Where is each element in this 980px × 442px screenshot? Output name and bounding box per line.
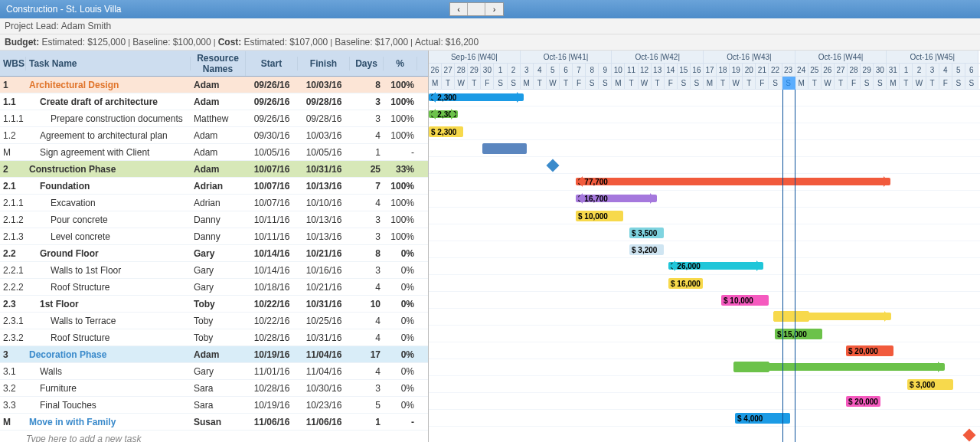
cell-pct[interactable]: 100% — [384, 198, 417, 208]
task-row[interactable]: 2.3.2Roof StructureToby10/28/1610/31/164… — [0, 329, 428, 346]
nav-next-button[interactable]: › — [485, 3, 503, 15]
cell-finish[interactable]: 10/03/16 — [298, 80, 350, 90]
cell-start[interactable]: 11/06/16 — [246, 417, 298, 427]
gantt-row[interactable] — [429, 140, 980, 157]
cell-name[interactable]: Walls to Terrace — [26, 316, 191, 326]
cell-days[interactable]: 1 — [350, 147, 384, 158]
cell-days[interactable]: 17 — [350, 349, 384, 360]
col-fin[interactable]: Finish — [298, 57, 350, 70]
gantt-row[interactable]: $ 10,000 — [429, 292, 980, 309]
cell-name[interactable]: Prepare construction documents — [26, 113, 191, 124]
cell-days[interactable]: 4 — [350, 198, 384, 208]
task-row[interactable]: 2.2Ground FloorGary10/14/1610/21/1680% — [0, 245, 428, 262]
cell-finish[interactable]: 10/31/16 — [298, 332, 350, 343]
cell-finish[interactable]: 10/23/16 — [298, 400, 350, 411]
cell-pct[interactable]: 0% — [384, 282, 417, 293]
gantt-row[interactable]: $ 77,700 — [429, 174, 980, 191]
gantt-row[interactable]: $ 3,500 — [429, 224, 980, 241]
cell-start[interactable]: 10/07/16 — [246, 164, 298, 175]
cell-res[interactable]: Sara — [191, 383, 246, 394]
add-task-input[interactable]: Type here to add a new task — [0, 431, 428, 442]
gantt-bar[interactable]: $ 20,000 — [846, 345, 893, 356]
task-row[interactable]: 2.1.2Pour concreteDanny10/11/1610/13/163… — [0, 211, 428, 228]
gantt-row[interactable]: $ 35,000 — [429, 309, 980, 326]
cell-start[interactable]: 10/11/16 — [246, 214, 298, 225]
gantt-bar[interactable]: $ 20,000 — [846, 396, 880, 407]
gantt-bar[interactable]: $ 3,000 — [907, 379, 953, 390]
col-wbs[interactable]: WBS — [0, 57, 26, 70]
cell-start[interactable]: 10/19/16 — [246, 349, 298, 360]
task-row[interactable]: 2.31st FloorToby10/22/1610/31/16100% — [0, 296, 428, 313]
cell-finish[interactable]: 10/13/16 — [298, 231, 350, 242]
cell-res[interactable]: Sara — [191, 400, 246, 411]
gantt-bar[interactable]: $ 16,000 — [668, 278, 703, 289]
cell-res[interactable]: Adam — [191, 130, 246, 141]
cell-days[interactable]: 3 — [350, 265, 384, 276]
cell-name[interactable]: Roof Structure — [26, 282, 191, 293]
cell-name[interactable]: Level concrete — [26, 231, 191, 242]
cell-days[interactable]: 8 — [350, 248, 384, 259]
cell-days[interactable]: 4 — [350, 130, 384, 141]
gantt-bar[interactable]: $ 3,500 — [629, 228, 664, 238]
cell-pct[interactable]: 100% — [384, 80, 417, 90]
cell-res[interactable]: Adam — [191, 97, 246, 107]
cell-name[interactable]: Foundation — [26, 181, 191, 192]
cell-res[interactable]: Susan — [191, 417, 246, 427]
col-days[interactable]: Days — [350, 57, 384, 70]
cell-res[interactable]: Toby — [191, 316, 246, 326]
gantt-row[interactable]: $ 10,000 — [429, 208, 980, 224]
cell-name[interactable]: Decoration Phase — [26, 349, 191, 360]
cell-pct[interactable]: 0% — [384, 316, 417, 326]
cell-days[interactable]: 1 — [350, 417, 384, 427]
cell-finish[interactable]: 10/10/16 — [298, 198, 350, 208]
cell-pct[interactable]: 100% — [384, 231, 417, 242]
cell-pct[interactable]: 0% — [384, 332, 417, 343]
gantt-row[interactable]: $ 3,200 — [429, 241, 980, 258]
cell-start[interactable]: 10/11/16 — [246, 231, 298, 242]
col-res[interactable]: Resource Names — [191, 51, 246, 76]
cell-pct[interactable]: - — [384, 147, 417, 158]
milestone-diamond[interactable] — [547, 159, 560, 172]
task-row[interactable]: 1.1.1Prepare construction documentsMatth… — [0, 110, 428, 127]
cell-pct[interactable]: 100% — [384, 130, 417, 141]
cell-res[interactable]: Adrian — [191, 181, 246, 192]
gantt-row[interactable] — [429, 157, 980, 174]
gantt-bar[interactable] — [775, 313, 891, 320]
cell-res[interactable]: Gary — [191, 248, 246, 259]
cell-name[interactable]: Excavation — [26, 198, 191, 208]
task-row[interactable]: 2Construction PhaseAdam10/07/1610/31/162… — [0, 161, 428, 178]
cell-finish[interactable]: 11/06/16 — [298, 417, 350, 427]
cell-finish[interactable]: 10/30/16 — [298, 383, 350, 394]
cell-finish[interactable]: 10/31/16 — [298, 299, 350, 309]
cell-name[interactable]: Architectural Design — [26, 80, 191, 90]
cell-pct[interactable]: 0% — [384, 265, 417, 276]
task-row[interactable]: MSign agreement with ClientAdam10/05/161… — [0, 144, 428, 161]
cell-name[interactable]: Roof Structure — [26, 332, 191, 343]
cell-res[interactable]: Adrian — [191, 198, 246, 208]
cell-name[interactable]: Ground Floor — [26, 248, 191, 259]
gantt-row[interactable]: $ 15,000 — [429, 326, 980, 342]
gantt-bar[interactable]: $ 10,000 — [721, 295, 769, 306]
cell-pct[interactable]: 0% — [384, 366, 417, 377]
gantt-bar[interactable]: $ 2,300 — [429, 110, 458, 118]
gantt-row[interactable] — [429, 427, 980, 442]
cell-res[interactable]: Gary — [191, 265, 246, 276]
cell-pct[interactable]: 100% — [384, 97, 417, 107]
cell-res[interactable]: Toby — [191, 332, 246, 343]
cell-name[interactable]: Walls — [26, 366, 191, 377]
cell-days[interactable]: 4 — [350, 316, 384, 326]
cell-start[interactable]: 10/19/16 — [246, 400, 298, 411]
cell-days[interactable]: 5 — [350, 400, 384, 411]
cell-res[interactable]: Matthew — [191, 113, 246, 124]
gantt-row[interactable]: $ 2,300 — [429, 123, 980, 140]
cell-pct[interactable]: - — [384, 417, 417, 427]
cell-name[interactable]: Create draft of architecture — [26, 97, 191, 107]
cell-days[interactable]: 8 — [350, 80, 384, 90]
cell-start[interactable]: 09/26/16 — [246, 113, 298, 124]
cell-start[interactable]: 10/14/16 — [246, 248, 298, 259]
cell-finish[interactable]: 10/21/16 — [298, 282, 350, 293]
cell-start[interactable]: 10/22/16 — [246, 299, 298, 309]
cell-res[interactable]: Adam — [191, 164, 246, 175]
gantt-bar[interactable]: $ 2,300 — [429, 93, 524, 101]
gantt-row[interactable]: $ 26,000 — [429, 258, 980, 275]
